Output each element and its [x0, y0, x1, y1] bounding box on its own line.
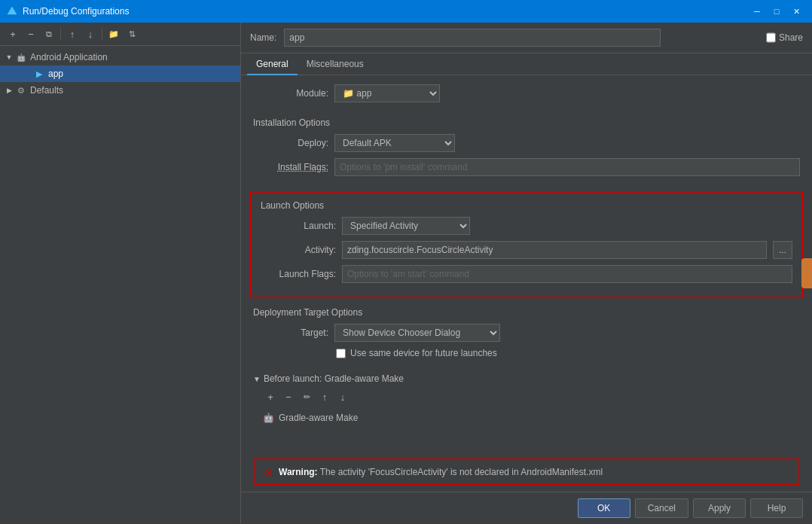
- warning-message: The activity 'FocusCircleActivity' is no…: [318, 467, 603, 477]
- install-flags-row: Install Flags:: [253, 158, 800, 176]
- deploy-row: Deploy: Default APK: [253, 134, 800, 152]
- launch-select[interactable]: Specified Activity: [342, 217, 470, 235]
- tabs-bar: General Miscellaneous: [241, 53, 812, 75]
- before-launch-edit-button[interactable]: ✏: [298, 388, 315, 405]
- before-launch-section: ▼ Before launch: Gradle-aware Make + − ✏…: [253, 373, 800, 426]
- launch-dropdown-container: Specified Activity: [342, 217, 470, 235]
- same-device-row: Use same device for future launches: [253, 348, 800, 358]
- target-dropdown-container: Show Device Chooser Dialog: [334, 324, 500, 342]
- tree-item-app[interactable]: ▶ app: [0, 66, 240, 82]
- help-button[interactable]: Help: [750, 498, 803, 518]
- warning-bar: ⊗ Warning: The activity 'FocusCircleActi…: [253, 458, 800, 486]
- minimize-button[interactable]: ─: [747, 4, 767, 19]
- deployment-options-label: Deployment Target Options: [253, 307, 800, 318]
- cancel-button[interactable]: Cancel: [635, 498, 688, 518]
- install-flags-label-text: Install Flags:: [278, 162, 328, 172]
- install-flags-label: Install Flags:: [253, 162, 328, 172]
- move-up-button[interactable]: ↑: [64, 26, 81, 42]
- before-launch-item-label: Gradle-aware Make: [279, 413, 358, 423]
- apply-button[interactable]: Apply: [693, 498, 746, 518]
- content-area: Module: 📁 app Installation Options Deplo…: [241, 75, 812, 458]
- tree-spacer: [23, 69, 32, 78]
- toolbar-separator-2: [102, 28, 102, 40]
- remove-config-button[interactable]: −: [23, 26, 39, 42]
- move-down-button[interactable]: ↓: [82, 26, 99, 42]
- activity-browse-button[interactable]: ...: [773, 241, 792, 259]
- before-launch-add-button[interactable]: +: [262, 388, 279, 405]
- install-flags-input[interactable]: [334, 158, 800, 176]
- app-icon: [6, 5, 18, 17]
- tab-general[interactable]: General: [247, 54, 298, 75]
- ok-button[interactable]: OK: [578, 498, 630, 518]
- launch-flags-row: Launch Flags:: [261, 265, 792, 283]
- tree-group-defaults-label: Defaults: [30, 85, 63, 96]
- copy-config-button[interactable]: ⧉: [41, 26, 57, 42]
- before-launch-remove-button[interactable]: −: [280, 388, 297, 405]
- warning-text: Warning: The activity 'FocusCircleActivi…: [279, 467, 603, 477]
- folder-button[interactable]: 📁: [105, 26, 122, 42]
- launch-flags-label: Launch Flags:: [261, 269, 336, 279]
- module-dropdown-container: 📁 app: [334, 84, 440, 102]
- module-row: Module: 📁 app: [253, 84, 800, 102]
- name-input[interactable]: [284, 29, 661, 47]
- same-device-label: Use same device for future launches: [350, 348, 497, 358]
- launch-options-box: Launch Options Launch: Specified Activit…: [250, 191, 803, 298]
- activity-row: Activity: ...: [261, 241, 792, 259]
- before-launch-toolbar: + − ✏ ↑ ↓: [253, 388, 800, 405]
- tree-toggle-android: ▼: [5, 53, 14, 62]
- bottom-bar: OK Cancel Apply Help: [241, 492, 812, 524]
- tree-group-android[interactable]: ▼ 🤖 Android Application: [0, 49, 240, 66]
- gradle-icon: 🤖: [262, 412, 274, 424]
- deployment-options-section: Deployment Target Options Target: Show D…: [253, 307, 800, 358]
- launch-options-label: Launch Options: [261, 200, 792, 211]
- run-icon: ▶: [33, 68, 45, 80]
- before-launch-header[interactable]: ▼ Before launch: Gradle-aware Make: [253, 373, 800, 384]
- right-panel: Name: Share General Miscellaneous Module…: [241, 23, 812, 524]
- tab-miscellaneous[interactable]: Miscellaneous: [298, 54, 373, 75]
- android-icon: 🤖: [15, 51, 27, 63]
- target-row: Target: Show Device Chooser Dialog: [253, 324, 800, 342]
- activity-input[interactable]: [342, 241, 767, 259]
- share-area: Share: [766, 29, 803, 47]
- toolbar-separator: [60, 28, 61, 40]
- launch-row: Launch: Specified Activity: [261, 217, 792, 235]
- installation-options-section: Installation Options Deploy: Default APK…: [253, 117, 800, 182]
- tree-item-app-label: app: [48, 69, 63, 79]
- before-launch-toggle: ▼: [253, 375, 261, 383]
- warning-icon: ⊗: [264, 466, 273, 478]
- window-controls: ─ □ ✕: [747, 4, 806, 19]
- deploy-label: Deploy:: [253, 138, 328, 148]
- tree-group-defaults[interactable]: ▶ ⚙ Defaults: [0, 82, 240, 99]
- module-label: Module:: [253, 88, 328, 99]
- warning-prefix: Warning:: [279, 467, 318, 477]
- config-tree: ▼ 🤖 Android Application ▶ app ▶ ⚙ Defaul…: [0, 46, 240, 524]
- share-checkbox[interactable]: [766, 29, 776, 47]
- before-launch-label: Before launch: Gradle-aware Make: [264, 373, 404, 384]
- title-bar: Run/Debug Configurations ─ □ ✕: [0, 0, 812, 23]
- left-panel: + − ⧉ ↑ ↓ 📁 ⇅ ▼ 🤖 Android Application ▶ …: [0, 23, 241, 524]
- main-container: + − ⧉ ↑ ↓ 📁 ⇅ ▼ 🤖 Android Application ▶ …: [0, 23, 812, 524]
- sort-button[interactable]: ⇅: [124, 26, 140, 42]
- maximize-button[interactable]: □: [767, 4, 786, 19]
- deploy-dropdown-container: Default APK: [334, 134, 455, 152]
- target-select[interactable]: Show Device Chooser Dialog: [334, 324, 500, 342]
- before-launch-down-button[interactable]: ↓: [334, 388, 351, 405]
- module-select[interactable]: 📁 app: [334, 84, 440, 102]
- deploy-select[interactable]: Default APK: [334, 134, 455, 152]
- svg-marker-0: [8, 7, 17, 14]
- defaults-icon: ⚙: [15, 84, 27, 96]
- close-button[interactable]: ✕: [786, 4, 806, 19]
- tree-toggle-defaults: ▶: [5, 86, 14, 95]
- share-label: Share: [779, 32, 803, 43]
- window-title: Run/Debug Configurations: [23, 6, 747, 17]
- config-header: Name: Share: [241, 23, 812, 53]
- side-note-tab[interactable]: [801, 258, 812, 288]
- before-launch-up-button[interactable]: ↑: [316, 388, 333, 405]
- launch-flags-input[interactable]: [342, 265, 792, 283]
- name-label: Name:: [250, 32, 276, 43]
- installation-options-label: Installation Options: [253, 117, 800, 128]
- add-config-button[interactable]: +: [5, 26, 21, 42]
- same-device-checkbox[interactable]: [336, 349, 346, 358]
- target-label: Target:: [253, 328, 328, 338]
- tree-group-android-label: Android Application: [30, 52, 108, 62]
